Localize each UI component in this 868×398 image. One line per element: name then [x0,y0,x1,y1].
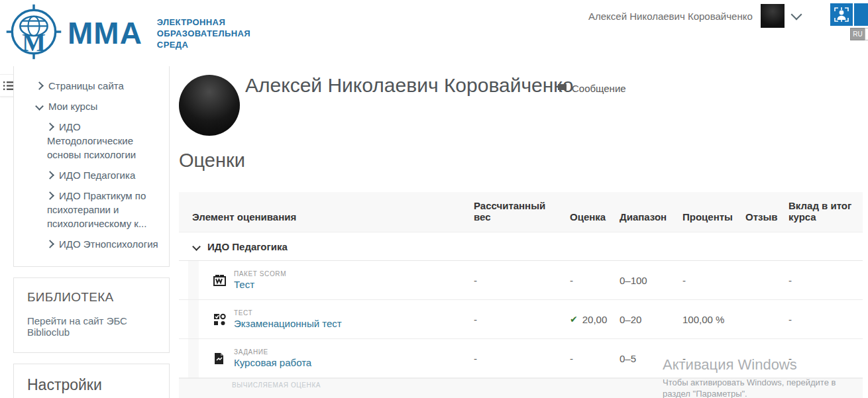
chevron-down-icon[interactable] [790,9,802,21]
cell-range: 0–5 [613,339,676,377]
column-header-item: Элемент оценивания [179,203,467,232]
item-type-label: ПАКЕТ SCORM [234,270,286,277]
sidebar: Страницы сайта Мои курсы ИДО Методологич… [13,66,170,398]
cell-grade: - [563,339,613,377]
site-header: М ММА ЭЛЕКТРОННАЯ ОБРАЗОВАТЕЛЬНАЯ СРЕДА … [0,0,868,64]
category-label: ИДО Педагогика [207,241,288,252]
cell-contribution: - [782,300,863,338]
sidebar-item-label: Мои курсы [48,101,97,112]
tagline-line-2: ОБРАЗОВАТЕЛЬНАЯ [157,28,250,38]
grade-item-link[interactable]: Курсовая работа [234,357,311,368]
cell-feedback [739,339,782,377]
sidebar-item-my-courses[interactable]: Мои курсы [18,96,162,117]
library-biblioclub-link[interactable]: Перейти на сайт ЭБС Biblioclub [27,315,160,338]
grade-value: 20,00 [582,314,608,325]
tagline-line-1: ЭЛЕКТРОННАЯ [157,17,225,27]
profile-avatar [179,75,240,136]
column-header-range: Диапазон [613,203,676,232]
sidebar-item-course-practicum[interactable]: ИДО Практикум по психотерапии и психолог… [18,185,162,234]
category-row-pedagogy[interactable]: ИДО Педагогика [179,232,863,261]
cell-weight: - [467,339,563,377]
user-avatar-thumbnail[interactable] [761,4,785,28]
pass-check-icon: ✔ [570,314,578,324]
language-badge[interactable]: RU [850,28,865,40]
grade-row-total-truncated: ВЫЧИСЛЯЕМАЯ ОЦЕНКА [179,378,863,398]
cell-percent: 100,00 % [676,300,739,338]
chevron-right-icon[interactable] [46,191,54,200]
sidebar-item-label: ИДО Педагогика [59,170,135,181]
sidebar-item-course-pedagogy[interactable]: ИДО Педагогика [18,165,162,185]
message-button[interactable]: Сообщение [558,83,626,94]
item-type-label: ВЫЧИСЛЯЕМАЯ ОЦЕНКА [232,381,321,389]
chevron-right-icon[interactable] [35,81,44,90]
grades-table: Элемент оценивания Рассчитанный вес Оцен… [179,192,863,398]
scorm-package-icon [213,274,226,287]
cell-weight: - [467,261,563,299]
tagline-line-3: СРЕДА [157,40,188,50]
cell-percent: - [676,261,739,299]
sidebar-item-course-methodology[interactable]: ИДО Методологические основы психологии [18,117,162,165]
user-menu[interactable]: Алексей Николаевич Коровайченко [588,4,800,28]
sidebar-item-label: ИДО Методологические основы психологии [47,121,136,160]
column-header-percent: Проценты [676,203,739,232]
grade-row-coursework: ЗАДАНИЕ Курсовая работа - - 0–5 - - [179,339,863,378]
assignment-icon [213,352,226,365]
column-header-weight: Рассчитанный вес [467,192,563,232]
item-type-label: ТЕСТ [234,309,342,317]
grade-row-scorm-test: ПАКЕТ SCORM Тест - - 0–100 - - [179,261,863,300]
cell-weight: - [467,300,563,338]
chevron-right-icon[interactable] [46,171,54,179]
site-logo[interactable]: М ММА ЭЛЕКТРОННАЯ ОБРАЗОВАТЕЛЬНАЯ СРЕДА [5,3,250,64]
cell-percent: - [676,339,739,377]
cell-feedback [739,300,782,338]
language-badge-secondary[interactable] [865,28,868,40]
page-title-user-name: Алексей Николаевич Коровайченко [245,74,573,97]
chevron-right-icon[interactable] [46,240,54,248]
column-header-feedback: Отзыв [739,203,782,232]
browser-extension-icon-2[interactable] [854,3,868,26]
navigation-block: Страницы сайта Мои курсы ИДО Методологич… [13,66,170,267]
message-bubble-icon [558,84,567,93]
settings-block-title: Настройки [27,376,160,394]
cell-grade: - [563,261,613,299]
cell-range: 0–100 [613,261,676,299]
mma-globe-logo-icon: М [5,3,62,64]
svg-text:М: М [22,28,46,56]
message-label: Сообщение [572,83,626,94]
sidebar-item-label: ИДО Этнопсихология [59,238,158,250]
chevron-down-icon[interactable] [192,242,201,251]
logo-tagline: ЭЛЕКТРОННАЯ ОБРАЗОВАТЕЛЬНАЯ СРЕДА [157,17,250,50]
user-name: Алексей Николаевич Коровайченко [588,11,753,22]
chevron-right-icon[interactable] [46,123,54,131]
main-content: Алексей Николаевич Коровайченко Сообщени… [179,66,863,398]
sidebar-item-course-ethnopsychology[interactable]: ИДО Этнопсихология [18,234,162,254]
grade-row-exam-test: ТЕСТ Экзаменационный тест - ✔ 20,00 0–20… [179,300,863,339]
item-type-label: ЗАДАНИЕ [234,348,311,356]
grades-table-header: Элемент оценивания Рассчитанный вес Оцен… [179,192,863,232]
sidebar-item-label: Страницы сайта [48,80,124,91]
library-block-title: БИБЛИОТЕКА [27,290,160,305]
navigation-tree: Страницы сайта Мои курсы ИДО Методологич… [18,75,162,254]
list-menu-icon [3,81,15,91]
cell-contribution: - [782,261,863,299]
sidebar-item-site-pages[interactable]: Страницы сайта [18,75,162,96]
cell-range: 0–20 [613,300,676,338]
sidebar-item-label: ИДО Практикум по психотерапии и психолог… [47,190,146,229]
logo-text: ММА [68,15,142,51]
quiz-icon [213,313,226,326]
cell-feedback [739,261,782,299]
grade-item-link[interactable]: Тест [234,279,286,290]
browser-extension-icon[interactable] [830,3,853,26]
cell-grade: ✔ 20,00 [563,300,613,338]
grade-item-link[interactable]: Экзаменационный тест [234,318,342,329]
column-header-grade: Оценка [563,203,613,232]
column-header-contribution: Вклад в итог курса [782,192,863,232]
chevron-down-icon[interactable] [35,102,44,111]
grades-page-title: Оценки [179,150,245,172]
cell-contribution: - [782,339,863,377]
settings-block: Настройки Управление курсом Значки [13,364,170,398]
library-block: БИБЛИОТЕКА Перейти на сайт ЭБС Biblioclu… [13,277,170,353]
